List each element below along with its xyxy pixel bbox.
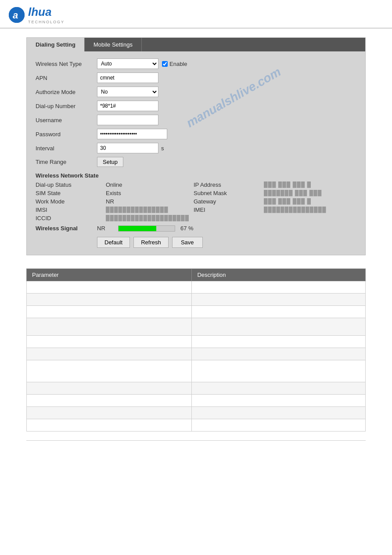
ip-address-value: ███ ███ ███ █: [264, 181, 352, 188]
panel-body: Wireless Net Type Auto 2G 3G 4G 5G Enabl…: [27, 51, 365, 255]
work-mode-value: NR: [106, 198, 194, 205]
table-cell: [27, 294, 192, 306]
time-range-row: Time Range Setup: [36, 157, 356, 167]
refresh-button[interactable]: Refresh: [133, 237, 169, 248]
table-row: [27, 419, 366, 432]
svg-text:a: a: [13, 10, 18, 21]
interval-unit: s: [161, 145, 164, 152]
table-cell: [192, 382, 366, 395]
sim-state-label: SIM State: [36, 190, 106, 196]
authorize-mode-row: Authorize Mode No PAP CHAP: [36, 87, 356, 97]
save-button[interactable]: Save: [172, 237, 203, 248]
tab-dialing-setting[interactable]: Dialing Setting: [27, 38, 85, 51]
wireless-net-type-row: Wireless Net Type Auto 2G 3G 4G 5G Enabl…: [36, 58, 356, 69]
table-cell: [27, 419, 192, 432]
signal-bar-fill: [119, 226, 156, 231]
interval-input[interactable]: [97, 143, 158, 153]
subnet-mask-value: ███████ ███ ███: [264, 190, 352, 196]
dialup-number-input[interactable]: [97, 101, 158, 111]
table-cell: [192, 407, 366, 419]
header: a lhua TECHNOLOGY: [0, 0, 392, 29]
settings-panel: manualshlive.com Dialing Setting Mobile …: [26, 37, 366, 255]
interval-label: Interval: [36, 145, 97, 152]
password-label: Password: [36, 131, 97, 138]
table-cell: [27, 348, 192, 360]
table-cell: [27, 318, 192, 336]
dialup-number-row: Dial-up Number: [36, 101, 356, 111]
signal-percent: 67 %: [180, 225, 194, 232]
dialup-status-label: Dial-up Status: [36, 181, 106, 188]
table-row: [27, 382, 366, 395]
logo-text: lhua TECHNOLOGY: [28, 5, 65, 24]
imsi-value: ███████████████: [106, 207, 194, 213]
logo-icon: a: [9, 7, 25, 23]
apn-input[interactable]: [97, 73, 158, 83]
table-cell: [192, 419, 366, 432]
username-label: Username: [36, 117, 97, 123]
table-cell: [192, 348, 366, 360]
table-cell: [27, 395, 192, 407]
table-cell: [192, 294, 366, 306]
dialup-status-value: Online: [106, 181, 194, 188]
table-cell: [192, 281, 366, 294]
table-cell: [192, 318, 366, 336]
interval-row: Interval s: [36, 143, 356, 153]
iccid-label: ICCID: [36, 215, 106, 221]
password-row: Password: [36, 129, 356, 139]
table-row: [27, 336, 366, 348]
ip-address-label: IP Address: [194, 181, 264, 188]
wireless-net-type-label: Wireless Net Type: [36, 61, 97, 67]
password-input[interactable]: [97, 129, 167, 139]
table-header-parameter: Parameter: [27, 269, 192, 281]
setup-button[interactable]: Setup: [97, 157, 123, 167]
authorize-mode-select[interactable]: No PAP CHAP: [97, 87, 158, 97]
table-cell: [192, 306, 366, 318]
imsi-label: IMSI: [36, 207, 106, 213]
username-row: Username: [36, 115, 356, 125]
parameter-table: Parameter Description: [26, 268, 366, 432]
imei-value: ███████████████: [264, 207, 352, 213]
table-header-description: Description: [192, 269, 366, 281]
imei-label: IMEI: [194, 207, 264, 213]
iccid-value: ████████████████████: [106, 215, 194, 221]
wireless-net-type-select[interactable]: Auto 2G 3G 4G 5G: [97, 58, 158, 69]
tab-mobile-settings[interactable]: Mobile Settings: [85, 38, 142, 51]
enable-checkbox-label[interactable]: Enable: [162, 61, 187, 67]
default-button[interactable]: Default: [97, 237, 130, 248]
apn-row: APN: [36, 73, 356, 83]
gateway-label: Gateway: [194, 198, 264, 205]
apn-label: APN: [36, 75, 97, 81]
table-section: Parameter Description: [26, 268, 366, 432]
table-row: [27, 348, 366, 360]
enable-label: Enable: [169, 61, 187, 67]
logo-tech: TECHNOLOGY: [28, 20, 65, 24]
network-state-title: Wireless Network State: [36, 172, 356, 179]
table-row: [27, 281, 366, 294]
authorize-mode-label: Authorize Mode: [36, 89, 97, 95]
table-cell: [27, 407, 192, 419]
table-cell: [27, 336, 192, 348]
table-cell: [192, 336, 366, 348]
footer-line: [26, 440, 366, 441]
table-cell: [27, 306, 192, 318]
table-row: [27, 318, 366, 336]
username-input[interactable]: [97, 115, 158, 125]
table-cell: [27, 382, 192, 395]
tabs: Dialing Setting Mobile Settings: [27, 38, 365, 51]
logo-brand: lhua: [28, 5, 51, 19]
main-content: manualshlive.com Dialing Setting Mobile …: [0, 29, 392, 450]
table-cell: [192, 395, 366, 407]
enable-checkbox[interactable]: [162, 61, 168, 67]
logo: a lhua TECHNOLOGY: [9, 5, 383, 24]
table-cell: [27, 360, 192, 382]
table-cell: [192, 360, 366, 382]
table-cell: [27, 281, 192, 294]
table-row: [27, 360, 366, 382]
signal-bar-container: [118, 225, 175, 232]
table-row: [27, 395, 366, 407]
network-state-grid: Dial-up Status Online IP Address ███ ███…: [36, 181, 356, 221]
signal-mode: NR: [97, 225, 115, 232]
signal-row: Wireless Signal NR 67 %: [36, 225, 356, 232]
gateway-value: ███ ███ ███ █: [264, 198, 352, 205]
subnet-mask-label: Subnet Mask: [194, 190, 264, 196]
